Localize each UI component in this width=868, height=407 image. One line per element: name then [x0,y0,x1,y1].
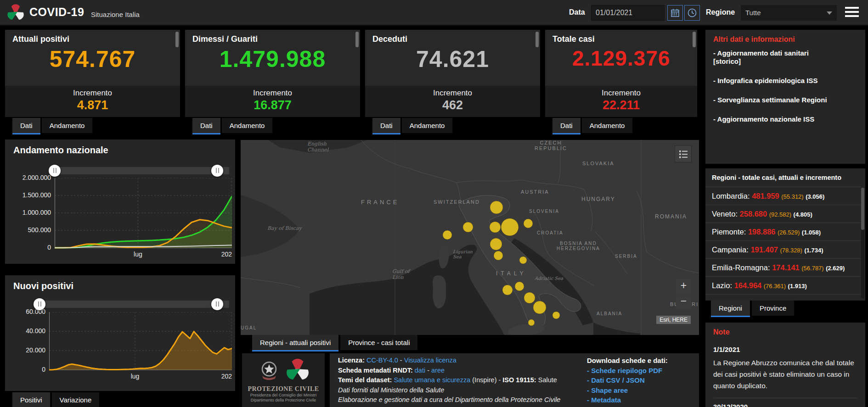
map-data-bubble[interactable] [524,219,533,228]
note-date: 30/12/2020 [713,403,858,407]
date-input[interactable]: 01/01/2021 [591,5,665,21]
time-button[interactable] [684,5,700,21]
card-attuali-positivi-tab-dati[interactable]: Dati [12,118,40,134]
map-data-bubble[interactable] [494,251,503,260]
license-line: Temi del dataset: Salute umana e sicurez… [338,375,560,385]
europe-map[interactable]: FRANCESWITZERLANDAUSTRIAHUNGARYSLOVAKIAC… [241,140,699,335]
note-text: La Regione Abruzzo comunica che dal tota… [713,357,858,391]
range-slider-handle-left[interactable] [34,298,45,310]
list-tab-province[interactable]: Province [752,301,794,316]
region-total: 481.959 [752,192,779,200]
card-increment: Incremento 22.211 [545,86,697,117]
regioni-totals-panel: Regioni - totale casi, attuali e increme… [705,168,865,301]
credits-logo-panel: PROTEZIONE CIVILE Presidenza del Consigl… [242,353,325,407]
card-dimessi-guariti-tab-dati[interactable]: Dati [192,118,220,134]
download-links: - Schede riepilogo PDF- Dati CSV / JSON-… [587,366,668,405]
card-tabs: DatiAndamento [12,118,92,134]
x-axis-tick: 202 [204,373,232,380]
map-data-bubble[interactable] [490,222,501,233]
card-deceduti-tab-andamento[interactable]: Andamento [402,118,453,133]
info-link[interactable]: - Infografica epidemiologica ISS [713,77,859,85]
map-data-bubble[interactable] [519,256,527,264]
card-scrollbar[interactable] [175,32,179,47]
license-text: Scheda metadati RNDT: [338,367,415,374]
card-scrollbar[interactable] [355,32,359,47]
download-link[interactable]: - Metadata [587,395,668,405]
info-link[interactable]: - Aggiornamento dati sanitari [storico] [713,49,859,66]
x-axis-tick: lug [121,373,149,380]
license-link[interactable]: CC-BY-4.0 [366,357,398,364]
panel-title: Note [713,328,730,336]
region-select[interactable]: Tutte [741,5,837,21]
scrollbar[interactable] [861,188,864,298]
calendar-button[interactable] [667,5,683,21]
info-link[interactable]: - Aggiornamento nazionale ISS [713,115,859,123]
y-axis-tick: 40.000 [5,327,45,335]
card-attuali-positivi-tab-andamento[interactable]: Andamento [42,118,93,133]
scrollbar-thumb[interactable] [861,188,864,230]
map-data-bubble[interactable] [524,292,535,303]
list-tab-regioni[interactable]: Regioni [711,301,750,317]
license-link[interactable]: Salute umana e sicurezza [394,376,470,384]
region-current: (76.361) [764,283,786,290]
menu-button[interactable] [845,7,859,19]
card-increment-label: Incremento [5,89,180,98]
stat-card-deceduti: Deceduti 74.621 Incremento 462 [365,30,540,117]
card-totale-casi-tab-andamento[interactable]: Andamento [582,118,633,133]
altri-dati-panel: Altri dati e informazioni - Aggiornament… [705,30,865,164]
card-scrollbar[interactable] [535,32,539,47]
credits-panel: Licenza: CC-BY-4.0 - Visualizza licenzaS… [330,353,699,407]
map-data-bubble[interactable] [501,218,519,236]
region-total: 191.407 [750,245,778,254]
map-data-bubble[interactable] [490,201,503,214]
trefoil-icon [285,358,310,383]
range-slider-handle-left[interactable] [49,165,61,177]
range-slider-handle-right[interactable] [211,298,223,310]
map-tab-regioni-attuali-positivi[interactable]: Regioni - attuali positivi [252,335,338,351]
map-data-bubble[interactable] [502,285,513,295]
download-link[interactable]: - Shape aree [587,385,668,396]
map-legend-button[interactable] [675,145,692,162]
map-data-bubble[interactable] [443,230,452,240]
zoom-out-button[interactable]: − [676,294,691,309]
license-link[interactable]: dati [415,367,425,374]
zoom-in-button[interactable]: + [676,279,691,294]
download-link[interactable]: - Dati CSV / JSON [587,375,668,385]
region-delta: (1.058) [802,229,821,236]
download-link[interactable]: - Schede riepilogo PDF [587,366,668,376]
license-link[interactable]: Visualizza licenza [404,357,457,364]
range-slider-track[interactable] [39,301,229,308]
license-text: - [425,367,431,374]
region-row: Piemonte: 198.886 (26.529) (1.058) [705,223,861,240]
license-text: Licenza: [338,357,366,364]
card-dimessi-guariti-tab-andamento[interactable]: Andamento [222,118,273,133]
card-deceduti-tab-dati[interactable]: Dati [372,118,400,134]
map-data-bubble[interactable] [463,222,473,232]
range-slider-handle-right[interactable] [211,165,223,177]
nuovi-positivi-chart [49,312,232,371]
note-entry: 30/12/2020 [713,398,858,407]
org-line: Presidenza del Consiglio dei Ministri [242,393,325,398]
region-delta: (1.913) [788,283,807,290]
card-totale-casi-tab-dati[interactable]: Dati [552,118,581,134]
region-total: 164.964 [734,281,762,290]
region-list: Lombardia: 481.959 (55.312) (3.056)Venet… [705,187,861,301]
note-list: 1/1/2021La Regione Abruzzo comunica che … [713,341,858,407]
download-block: Download schede e dati: - Schede riepilo… [587,356,668,405]
map-data-bubble[interactable] [528,319,535,326]
card-scrollbar[interactable] [693,32,696,47]
info-link[interactable]: - Sorveglianza settimanale Regioni [713,96,859,104]
map-data-bubble[interactable] [490,238,502,250]
panel-title: Altri dati e informazioni [713,35,795,44]
map-data-bubble[interactable] [515,282,524,291]
license-link[interactable]: aree [431,367,445,374]
map-data-bubble[interactable] [552,312,560,319]
chart-tab-variazione[interactable]: Variazione [52,392,100,407]
map-data-bubble[interactable] [533,301,546,314]
stat-card-attuali-positivi: Attuali positivi 574.767 Incremento 4.87… [5,30,180,117]
card-tabs: DatiAndamento [192,118,272,134]
map-tab-province-casi-totali[interactable]: Province - casi totali [340,335,417,350]
app-title: COVID-19 [29,6,84,19]
chart-tab-positivi[interactable]: Positivi [12,392,50,407]
range-slider-track[interactable] [49,167,229,174]
